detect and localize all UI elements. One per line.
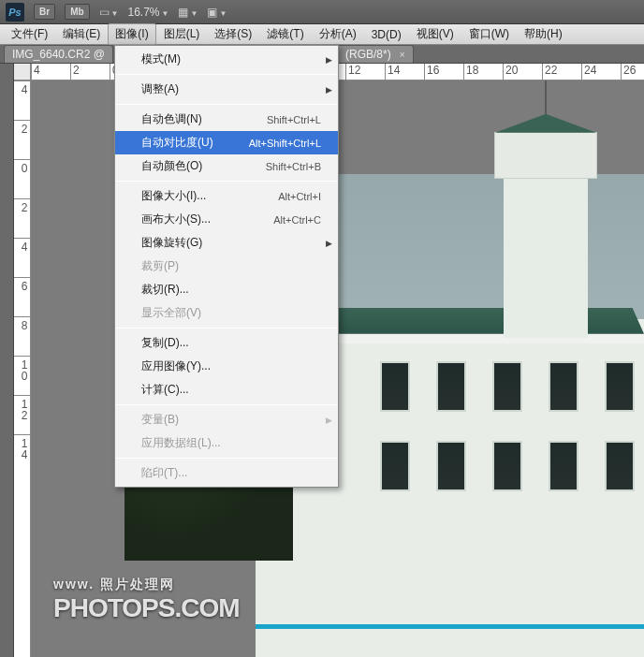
toolbox[interactable] (0, 64, 14, 657)
menuitem-trap-label: 陷印(T)... (141, 465, 187, 481)
arrange-docs-icon[interactable]: ▦▼ (178, 6, 198, 19)
submenu-arrow-icon: ▶ (326, 55, 332, 65)
menuitem-auto-tone-shortcut: Shift+Ctrl+L (267, 114, 321, 125)
ruler-tick: 12 (14, 395, 31, 432)
menu-layer[interactable]: 图层(L) (156, 23, 208, 45)
document-tab-1[interactable]: IMG_6640.CR2 @ (4, 45, 113, 63)
document-tab-1-label: IMG_6640.CR2 @ (12, 48, 105, 61)
watermark: www. 照片处理网 PHOTOPS.COM (53, 577, 240, 623)
submenu-arrow-icon: ▶ (326, 416, 332, 425)
menuitem-auto-color[interactable]: 自动颜色(O) Shift+Ctrl+B (115, 154, 338, 178)
menu-select[interactable]: 选择(S) (207, 23, 259, 45)
ruler-tick: 18 (463, 64, 501, 80)
menu-separator (116, 181, 337, 182)
menu-edit[interactable]: 编辑(E) (55, 23, 108, 45)
menu-analysis[interactable]: 分析(A) (312, 23, 364, 45)
zoom-level[interactable]: 16.7%▼ (128, 6, 169, 19)
ruler-tick: 6 (14, 277, 31, 314)
ruler-tick: 2 (14, 120, 31, 157)
menuitem-canvas-size-shortcut: Alt+Ctrl+C (273, 214, 321, 226)
menuitem-duplicate[interactable]: 复制(D)... (115, 331, 338, 355)
menuitem-apply-image[interactable]: 应用图像(Y)... (115, 355, 338, 378)
menuitem-apply-dataset: 应用数据组(L)... (115, 431, 338, 455)
ruler-tick: 2 (70, 64, 108, 80)
ruler-tick: 4 (31, 64, 68, 80)
ps-logo-icon: Ps (6, 3, 24, 22)
ruler-tick: 22 (542, 64, 579, 80)
menuitem-image-size-label: 图像大小(I)... (141, 188, 206, 204)
watermark-top: www. 照片处理网 (53, 577, 240, 593)
menuitem-trim-label: 裁切(R)... (141, 282, 189, 298)
menuitem-auto-contrast[interactable]: 自动对比度(U) Alt+Shift+Ctrl+L (115, 131, 338, 154)
menu-window[interactable]: 窗口(W) (461, 23, 517, 45)
image-dropdown-menu: 模式(M) ▶ 调整(A) ▶ 自动色调(N) Shift+Ctrl+L 自动对… (114, 45, 339, 488)
menu-separator (116, 404, 337, 405)
menuitem-calculations-label: 计算(C)... (141, 382, 189, 398)
menuitem-mode[interactable]: 模式(M) ▶ (115, 48, 338, 71)
minibridge-button[interactable]: Mb (65, 4, 89, 20)
menuitem-image-rotate[interactable]: 图像旋转(G) ▶ (115, 231, 338, 255)
ruler-tick: 26 (621, 64, 644, 80)
menuitem-adjustments[interactable]: 调整(A) ▶ (115, 78, 338, 101)
document-tab-2-suffix: (RGB/8*) (345, 48, 391, 61)
menu-separator (116, 328, 337, 328)
ruler-tick: 16 (424, 64, 461, 80)
menu-help[interactable]: 帮助(H) (517, 23, 570, 45)
menuitem-auto-tone[interactable]: 自动色调(N) Shift+Ctrl+L (115, 108, 338, 131)
ruler-tick: 14 (14, 434, 31, 472)
screen-mode2-icon[interactable]: ▣▼ (207, 6, 227, 19)
ruler-corner (14, 64, 31, 80)
menuitem-trim[interactable]: 裁切(R)... (115, 278, 338, 301)
menuitem-canvas-size[interactable]: 画布大小(S)... Alt+Ctrl+C (115, 208, 338, 231)
submenu-arrow-icon: ▶ (326, 85, 332, 95)
menuitem-calculations[interactable]: 计算(C)... (115, 378, 338, 402)
menu-filter[interactable]: 滤镜(T) (259, 23, 311, 45)
menu-image[interactable]: 图像(I) (108, 23, 155, 45)
bridge-button[interactable]: Br (34, 4, 55, 20)
ruler-tick: 0 (14, 159, 31, 197)
menuitem-auto-tone-label: 自动色调(N) (141, 111, 202, 127)
ruler-tick: 12 (345, 64, 383, 80)
menuitem-auto-color-label: 自动颜色(O) (141, 158, 202, 174)
menuitem-variables-label: 变量(B) (141, 412, 179, 428)
menu-separator (116, 74, 337, 75)
ruler-tick: 4 (14, 80, 31, 118)
ruler-vertical[interactable]: 4202468101214 (14, 80, 31, 657)
menuitem-canvas-size-label: 画布大小(S)... (141, 212, 211, 227)
document-tab-2[interactable]: (RGB/8*) × (337, 45, 414, 63)
menu-3d[interactable]: 3D(D) (364, 25, 409, 44)
menuitem-auto-color-shortcut: Shift+Ctrl+B (266, 161, 321, 172)
close-icon[interactable]: × (400, 50, 405, 60)
title-bar: Ps Br Mb ▭▼ 16.7%▼ ▦▼ ▣▼ (0, 0, 644, 24)
screen-mode-icon[interactable]: ▭▼ (99, 6, 119, 19)
menuitem-variables: 变量(B) ▶ (115, 408, 338, 431)
menuitem-crop-label: 裁剪(P) (141, 258, 179, 274)
menuitem-image-size-shortcut: Alt+Ctrl+I (278, 191, 321, 202)
menu-separator (116, 104, 337, 105)
watermark-main: PHOTOPS.COM (53, 593, 240, 623)
menu-file[interactable]: 文件(F) (4, 23, 55, 45)
menuitem-duplicate-label: 复制(D)... (141, 335, 189, 351)
menuitem-apply-image-label: 应用图像(Y)... (141, 358, 211, 374)
menuitem-image-rotate-label: 图像旋转(G) (141, 235, 202, 251)
ruler-tick: 24 (581, 64, 619, 80)
submenu-arrow-icon: ▶ (326, 239, 332, 248)
menuitem-mode-label: 模式(M) (141, 51, 181, 67)
ruler-tick: 10 (14, 356, 31, 393)
menuitem-auto-contrast-label: 自动对比度(U) (141, 135, 213, 151)
ruler-tick: 8 (14, 316, 31, 354)
menu-bar: 文件(F) 编辑(E) 图像(I) 图层(L) 选择(S) 滤镜(T) 分析(A… (0, 24, 644, 45)
menuitem-auto-contrast-shortcut: Alt+Shift+Ctrl+L (249, 138, 321, 149)
menuitem-reveal-all-label: 显示全部(V) (141, 305, 201, 321)
menuitem-adjustments-label: 调整(A) (141, 81, 179, 97)
menuitem-crop: 裁剪(P) (115, 255, 338, 278)
menuitem-trap: 陷印(T)... (115, 461, 338, 485)
ruler-tick: 4 (14, 238, 31, 275)
ruler-tick: 14 (385, 64, 422, 80)
menu-separator (116, 458, 337, 459)
ruler-tick: 2 (14, 198, 31, 236)
menuitem-reveal-all: 显示全部(V) (115, 301, 338, 325)
menu-view[interactable]: 视图(V) (409, 23, 461, 45)
menuitem-image-size[interactable]: 图像大小(I)... Alt+Ctrl+I (115, 184, 338, 208)
ruler-tick: 20 (503, 64, 540, 80)
